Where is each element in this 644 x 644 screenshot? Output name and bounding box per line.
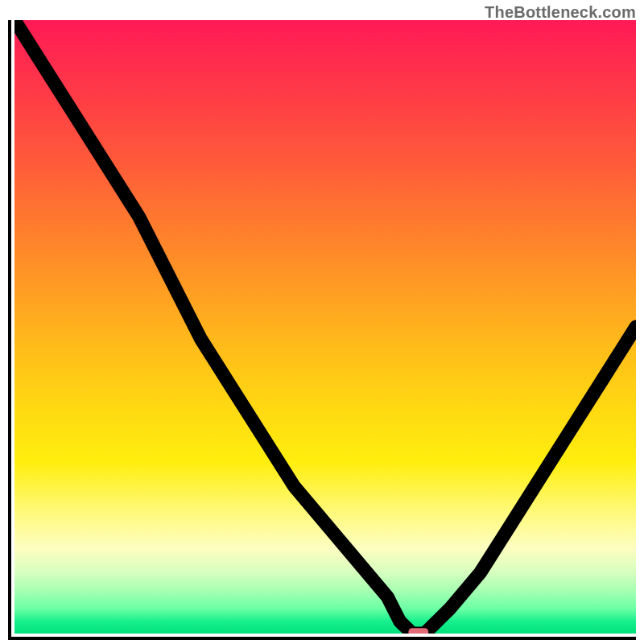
plot-axes xyxy=(8,20,636,640)
bottleneck-curve xyxy=(14,20,636,634)
optimum-marker xyxy=(408,628,428,634)
chart-stage: TheBottleneck.com xyxy=(0,0,644,644)
curve-layer xyxy=(14,20,636,634)
watermark-label: TheBottleneck.com xyxy=(485,3,636,22)
